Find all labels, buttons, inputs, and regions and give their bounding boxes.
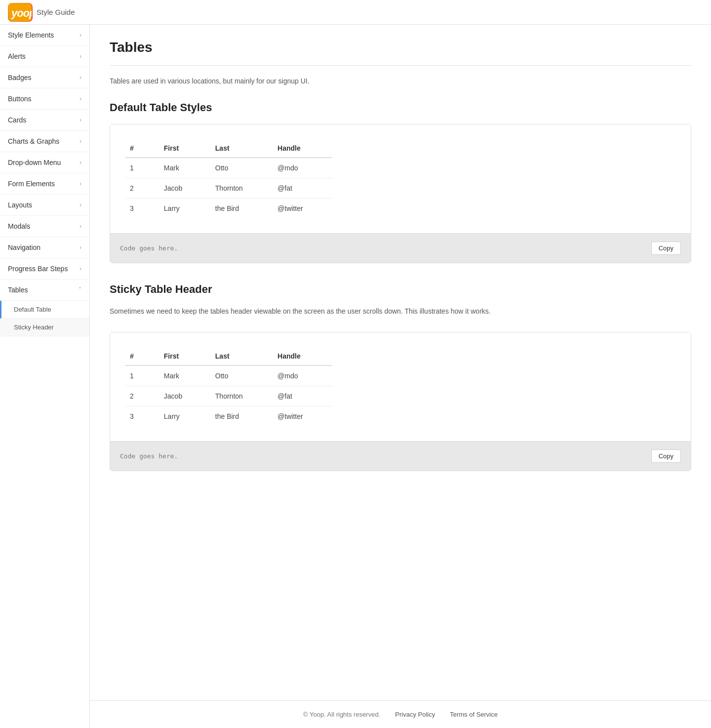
sidebar-item-style-elements[interactable]: Style Elements › xyxy=(0,25,89,46)
demo-box-sticky: # First Last Handle 1 Mark Otto xyxy=(110,332,691,471)
cell-num: 1 xyxy=(125,158,159,178)
sidebar-sub-item-label: Sticky Header xyxy=(14,324,54,331)
code-block-default: Code goes here. Copy xyxy=(110,233,691,263)
app-header: yoop Style Guide xyxy=(0,0,711,25)
section-sticky-header: Sticky Table Header Sometimes we need to… xyxy=(110,283,691,471)
cell-last: the Bird xyxy=(210,406,273,426)
chevron-right-icon: › xyxy=(79,53,81,60)
sidebar-item-charts-graphs[interactable]: Charts & Graphs › xyxy=(0,131,89,152)
col-header-first: First xyxy=(159,347,210,365)
col-header-handle: Handle xyxy=(273,139,332,158)
chevron-right-icon: › xyxy=(79,265,81,272)
sidebar-item-label: Form Elements xyxy=(8,180,55,188)
sidebar-item-label: Badges xyxy=(8,74,31,81)
code-placeholder: Code goes here. xyxy=(120,244,178,252)
svg-text:yoop: yoop xyxy=(11,7,32,19)
demo-preview-default: # First Last Handle 1 Mark Otto xyxy=(110,124,691,233)
section-title-sticky: Sticky Table Header xyxy=(110,283,691,296)
sidebar-item-label: Drop-down Menu xyxy=(8,159,61,166)
demo-preview-sticky: # First Last Handle 1 Mark Otto xyxy=(110,332,691,441)
default-table: # First Last Handle 1 Mark Otto xyxy=(125,139,332,218)
code-block-sticky: Code goes here. Copy xyxy=(110,441,691,471)
sidebar-item-label: Progress Bar Steps xyxy=(8,265,68,273)
cell-handle: @mdo xyxy=(273,365,332,386)
sidebar-item-label: Tables xyxy=(8,286,28,294)
chevron-right-icon: › xyxy=(79,32,81,39)
sidebar-item-buttons[interactable]: Buttons › xyxy=(0,88,89,110)
cell-handle: @twitter xyxy=(273,199,332,219)
col-header-handle: Handle xyxy=(273,347,332,365)
sidebar-item-navigation[interactable]: Navigation › xyxy=(0,237,89,258)
logo-link[interactable]: yoop Style Guide xyxy=(8,3,75,22)
sidebar-item-label: Alerts xyxy=(8,52,26,60)
sidebar-item-label: Navigation xyxy=(8,243,40,251)
cell-first: Mark xyxy=(159,158,210,178)
sidebar-item-label: Cards xyxy=(8,116,26,124)
cell-handle: @fat xyxy=(273,386,332,406)
cell-last: Thornton xyxy=(210,178,273,199)
demo-box-default: # First Last Handle 1 Mark Otto xyxy=(110,124,691,263)
col-header-last: Last xyxy=(210,347,273,365)
page-title: Tables xyxy=(110,40,691,66)
sidebar-item-dropdown-menu[interactable]: Drop-down Menu › xyxy=(0,152,89,173)
chevron-right-icon: › xyxy=(79,180,81,187)
sidebar-sub-item-label: Default Table xyxy=(14,306,51,313)
sidebar-item-tables[interactable]: Tables ˅ xyxy=(0,280,89,301)
sidebar: Style Elements › Alerts › Badges › Butto… xyxy=(0,25,90,728)
copy-button-sticky[interactable]: Copy xyxy=(651,449,681,463)
cell-last: Otto xyxy=(210,365,273,386)
footer-terms-link[interactable]: Terms of Service xyxy=(450,711,498,718)
app-title: Style Guide xyxy=(37,8,75,16)
sidebar-item-label: Layouts xyxy=(8,201,32,209)
footer-privacy-link[interactable]: Privacy Policy xyxy=(395,711,435,718)
cell-num: 3 xyxy=(125,406,159,426)
col-header-num: # xyxy=(125,347,159,365)
cell-num: 1 xyxy=(125,365,159,386)
sidebar-item-label: Modals xyxy=(8,222,30,230)
col-header-num: # xyxy=(125,139,159,158)
sidebar-sub-item-default-table[interactable]: Default Table xyxy=(0,301,89,319)
col-header-first: First xyxy=(159,139,210,158)
sidebar-item-label: Charts & Graphs xyxy=(8,137,59,145)
sidebar-item-progress-bar-steps[interactable]: Progress Bar Steps › xyxy=(0,258,89,280)
chevron-right-icon: › xyxy=(79,74,81,81)
table-row: 2 Jacob Thornton @fat xyxy=(125,178,332,199)
page-footer: © Yoop. All rights reserved. Privacy Pol… xyxy=(90,700,711,728)
sidebar-item-modals[interactable]: Modals › xyxy=(0,216,89,237)
chevron-right-icon: › xyxy=(79,159,81,166)
table-row: 1 Mark Otto @mdo xyxy=(125,158,332,178)
copy-button-default[interactable]: Copy xyxy=(651,242,681,255)
cell-first: Larry xyxy=(159,406,210,426)
chevron-right-icon: › xyxy=(79,244,81,251)
col-header-last: Last xyxy=(210,139,273,158)
cell-num: 2 xyxy=(125,178,159,199)
cell-first: Jacob xyxy=(159,386,210,406)
chevron-down-icon: ˅ xyxy=(79,286,81,293)
chevron-right-icon: › xyxy=(79,202,81,208)
sidebar-sub-item-sticky-header[interactable]: Sticky Header xyxy=(0,319,89,336)
cell-handle: @mdo xyxy=(273,158,332,178)
section-default-table: Default Table Styles # First Last Handle xyxy=(110,101,691,263)
chevron-right-icon: › xyxy=(79,223,81,230)
footer-copyright: © Yoop. All rights reserved. xyxy=(303,711,380,718)
table-row: 1 Mark Otto @mdo xyxy=(125,365,332,386)
cell-first: Larry xyxy=(159,199,210,219)
table-row: 3 Larry the Bird @twitter xyxy=(125,406,332,426)
section-description-sticky: Sometimes we need to keep the tables hea… xyxy=(110,306,691,317)
cell-num: 3 xyxy=(125,199,159,219)
cell-first: Jacob xyxy=(159,178,210,199)
cell-last: Otto xyxy=(210,158,273,178)
logo-icon: yoop xyxy=(8,3,33,22)
sidebar-item-cards[interactable]: Cards › xyxy=(0,110,89,131)
cell-last: the Bird xyxy=(210,199,273,219)
cell-num: 2 xyxy=(125,386,159,406)
sidebar-item-label: Style Elements xyxy=(8,31,54,39)
cell-last: Thornton xyxy=(210,386,273,406)
sidebar-item-alerts[interactable]: Alerts › xyxy=(0,46,89,67)
sidebar-item-form-elements[interactable]: Form Elements › xyxy=(0,173,89,195)
cell-first: Mark xyxy=(159,365,210,386)
sidebar-item-label: Buttons xyxy=(8,95,31,103)
cell-handle: @fat xyxy=(273,178,332,199)
sidebar-item-badges[interactable]: Badges › xyxy=(0,67,89,88)
sidebar-item-layouts[interactable]: Layouts › xyxy=(0,195,89,216)
